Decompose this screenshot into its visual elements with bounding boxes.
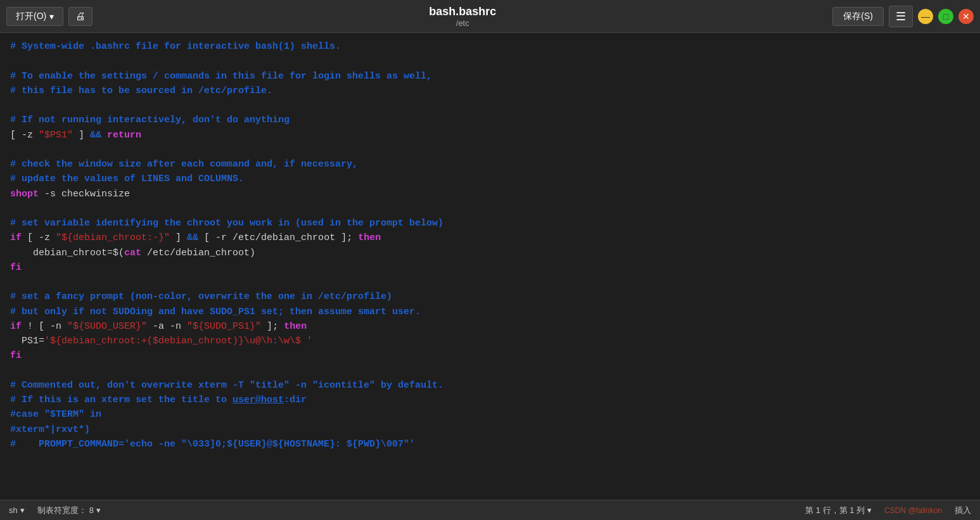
code-line-empty	[10, 54, 970, 68]
titlebar: 打开(O) ▾ 🖨 bash.bashrc /etc 保存(S) ☰ — □ ✕	[0, 0, 980, 33]
code-line: # PROMPT_COMMAND='echo -ne "\033]0;${USE…	[10, 437, 970, 452]
code-line: [ -z "$PS1" ] && return	[10, 128, 970, 143]
code-line: #case "$TERM" in	[10, 407, 970, 422]
file-title: bash.bashrc	[92, 5, 832, 18]
code-line: debian_chroot=$(cat /etc/debian_chroot)	[10, 246, 970, 260]
printer-button[interactable]: 🖨	[68, 7, 92, 26]
save-button[interactable]: 保存(S)	[832, 7, 884, 26]
lang-selector[interactable]: sh ▾	[9, 505, 25, 515]
statusbar-right: 第 1 行，第 1 列 ▾ CSDN @falinkon 插入	[805, 505, 971, 516]
open-label: 打开(O)	[16, 11, 46, 22]
code-line: # System-wide .bashrc file for interacti…	[10, 39, 970, 54]
code-line: PS1='${debian_chroot:+($debian_chroot)}\…	[10, 334, 970, 348]
close-button[interactable]: ✕	[958, 9, 974, 24]
titlebar-left: 打开(O) ▾ 🖨	[6, 7, 92, 26]
code-line: shopt -s checkwinsize	[10, 187, 970, 201]
statusbar: sh ▾ 制表符宽度： 8 ▾ 第 1 行，第 1 列 ▾ CSDN @fali…	[0, 500, 980, 520]
code-line: fi	[10, 348, 970, 363]
plugin-label: 插入	[955, 505, 971, 516]
file-path: /etc	[92, 18, 832, 28]
cursor-position[interactable]: 第 1 行，第 1 列 ▾	[805, 505, 872, 516]
open-button[interactable]: 打开(O) ▾	[6, 7, 63, 26]
code-line-empty	[10, 275, 970, 289]
lang-dropdown-icon: ▾	[20, 505, 25, 515]
titlebar-right: 保存(S) ☰ — □ ✕	[832, 6, 974, 27]
code-line-empty	[10, 364, 970, 378]
title-center: bash.bashrc /etc	[92, 5, 832, 28]
tab-value: 8	[89, 505, 94, 515]
tab-dropdown-icon: ▾	[96, 505, 101, 515]
tab-label: 制表符宽度：	[37, 505, 87, 516]
csdn-watermark: CSDN @falinkon	[884, 506, 942, 515]
code-line: if ! [ -n "${SUDO_USER}" -a -n "${SUDO_P…	[10, 319, 970, 334]
code-line: # set a fancy prompt (non-color, overwri…	[10, 289, 970, 304]
code-line-empty	[10, 201, 970, 216]
code-line: fi	[10, 260, 970, 275]
code-line: # this file has to be sourced in /etc/pr…	[10, 84, 970, 98]
menu-button[interactable]: ☰	[889, 6, 913, 27]
tab-width-selector[interactable]: 制表符宽度： 8 ▾	[37, 505, 101, 516]
position-dropdown-icon: ▾	[867, 505, 872, 515]
code-line: # If not running interactively, don't do…	[10, 113, 970, 127]
code-line: # update the values of LINES and COLUMNS…	[10, 172, 970, 186]
code-line: #xterm*|rxvt*)	[10, 422, 970, 437]
code-line: # To enable the settings / commands in t…	[10, 69, 970, 84]
maximize-button[interactable]: □	[938, 9, 953, 24]
position-label: 第 1 行，第 1 列	[805, 505, 865, 516]
code-line: # If this is an xterm set the title to u…	[10, 393, 970, 407]
open-dropdown-icon: ▾	[49, 11, 54, 22]
code-line: # set variable identifying the chroot yo…	[10, 216, 970, 231]
code-line: # Commented out, don't overwrite xterm -…	[10, 378, 970, 393]
code-line-empty	[10, 143, 970, 157]
code-line-empty	[10, 98, 970, 113]
code-line: if [ -z "${debian_chroot:-}" ] && [ -r /…	[10, 231, 970, 245]
editor-area[interactable]: # System-wide .bashrc file for interacti…	[0, 33, 980, 500]
code-line: # but only if not SUDOing and have SUDO_…	[10, 305, 970, 319]
minimize-button[interactable]: —	[918, 9, 933, 24]
code-line: # check the window size after each comma…	[10, 157, 970, 172]
lang-label: sh	[9, 505, 18, 515]
